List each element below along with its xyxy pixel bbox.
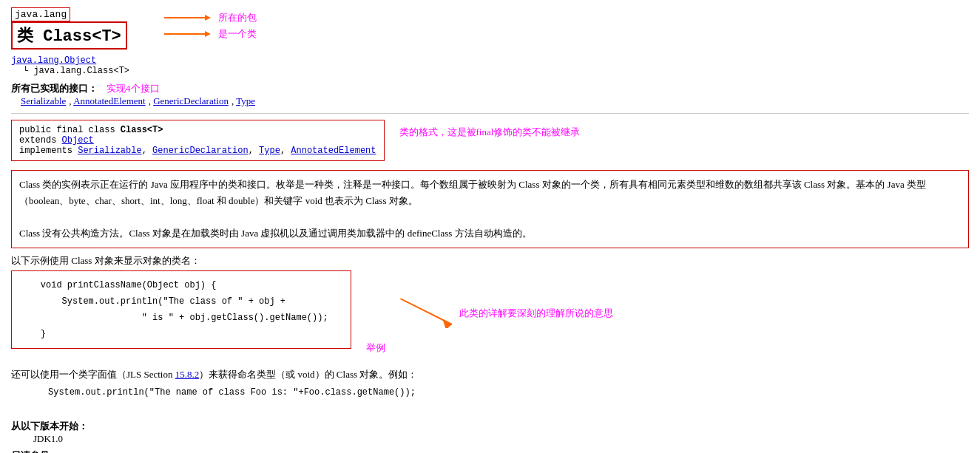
arrow-to-package (164, 15, 211, 21)
interface-genericdeclaration[interactable]: GenericDeclaration (153, 95, 229, 106)
package-annotation-row: 所在的包 (157, 11, 257, 24)
example-left: 以下示例使用 Class 对象来显示对象的类名： void printClass… (11, 254, 385, 361)
see-also-section: 另请参见： ClassLoader.defineClass(byte[], in… (11, 449, 969, 453)
example-intro: 以下示例使用 Class 对象来显示对象的类名： (11, 254, 385, 268)
desc-para2: Class 没有公共构造方法。Class 对象是在加载类时由 Java 虚拟机以… (19, 225, 961, 242)
since-version: JDK1.0 (33, 433, 969, 445)
interfaces-section: 所有已实现的接口： 实现4个接口 Serializable, Annotated… (11, 82, 969, 107)
code-line1: void printClassName(Object obj) { (19, 277, 343, 293)
arrow-annotations: 所在的包 是一个类 (157, 11, 257, 44)
more-text: 还可以使用一个类字面值（JLS Section 15.8.2）来获得命名类型（或… (11, 367, 969, 383)
interfaces-row: 所有已实现的接口： 实现4个接口 (11, 82, 969, 95)
example-box: void printClassName(Object obj) { System… (11, 270, 351, 349)
svg-line-0 (400, 299, 452, 324)
since-section: 从以下版本开始： JDK1.0 (11, 420, 969, 445)
decl-line1: public final class Class<T> (19, 125, 376, 135)
since-label: 从以下版本开始： (11, 420, 88, 432)
jls-link[interactable]: 15.8.2 (175, 369, 200, 380)
example-arrow-row: 此类的详解要深刻的理解所说的意思 (400, 299, 613, 328)
interface-type[interactable]: Type (236, 95, 255, 106)
declaration-annotation: 类的格式，这是被final修饰的类不能被继承 (399, 126, 581, 139)
class-title: 类 Class<T> (11, 21, 127, 50)
example-row: void printClassName(Object obj) { System… (11, 270, 385, 355)
package-label: java.lang (11, 7, 127, 21)
decl-line2: extends Object (19, 135, 376, 146)
interface-serializable[interactable]: Serializable (21, 95, 66, 106)
code-line4: } (19, 326, 343, 342)
impl-genericdeclaration[interactable]: GenericDeclaration (152, 146, 249, 156)
example-arrow-container: 以下示例使用 Class 对象来显示对象的类名： void printClass… (11, 254, 969, 361)
current-class: └ java.lang.Class<T> (23, 66, 969, 76)
impl-serializable[interactable]: Serializable (78, 146, 141, 156)
example-annotation: 此类的详解要深刻的理解所说的意思 (459, 307, 613, 320)
interface-annotatedelement[interactable]: AnnotatedElement (73, 95, 145, 106)
inheritance-section: java.lang.Object └ java.lang.Class<T> (11, 55, 969, 76)
desc-para1: Class 类的实例表示正在运行的 Java 应用程序中的类和接口。枚举是一种类… (19, 177, 961, 209)
code-line2: System.out.println("The class of " + obj… (19, 293, 343, 310)
example-label: 举例 (366, 341, 385, 355)
top-section: java.lang 类 Class<T> 所在的包 是一个类 (11, 7, 969, 50)
description-box: Class 类的实例表示正在运行的 Java 应用程序中的类和接口。枚举是一种类… (11, 170, 969, 248)
declaration-row: public final class Class<T> extends Obje… (11, 120, 969, 164)
impl-type[interactable]: Type (259, 146, 280, 156)
arrow-to-class (164, 31, 211, 37)
interfaces-list: Serializable, AnnotatedElement, GenericD… (11, 95, 969, 107)
package-class-box: java.lang 类 Class<T> (11, 7, 127, 50)
class-annotation-row: 是一个类 (157, 27, 257, 41)
impl-annotatedelement[interactable]: AnnotatedElement (291, 146, 376, 156)
object-link[interactable]: Object (62, 135, 94, 146)
decl-line3: implements Serializable, GenericDeclarat… (19, 146, 376, 156)
see-also-label: 另请参见： (11, 450, 59, 453)
more-code-line: System.out.println("The name of class Fo… (48, 387, 969, 398)
class-declaration-box: public final class Class<T> extends Obje… (11, 120, 385, 161)
parent-class-link[interactable]: java.lang.Object (11, 55, 96, 66)
divider (11, 113, 969, 114)
code-line3: " is " + obj.getClass().getName()); (19, 310, 343, 326)
example-annotation-area: 此类的详解要深刻的理解所说的意思 (400, 299, 613, 328)
diagonal-arrow-svg (400, 299, 459, 328)
interfaces-count-link[interactable]: 实现4个接口 (107, 82, 160, 95)
